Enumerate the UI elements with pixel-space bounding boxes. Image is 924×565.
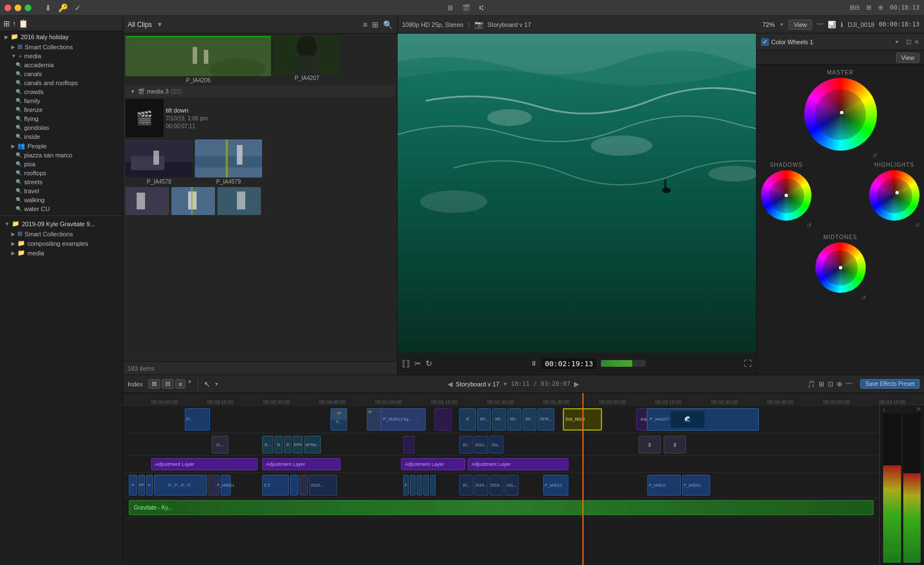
sidebar-people[interactable]: ▶ 👥 People	[0, 141, 123, 151]
fullscreen-button[interactable]	[25, 4, 31, 11]
keyword-water-cu[interactable]: 🔍water CU	[0, 204, 123, 213]
zoom-dropdown[interactable]: 72%	[762, 21, 774, 28]
clip-rpre[interactable]: RPRe...	[304, 436, 321, 454]
clip-2019d[interactable]: 201...	[505, 475, 519, 496]
sidebar-project[interactable]: ▶ 📁 2016 Italy holiday	[0, 31, 123, 42]
branch-icon[interactable]: ⑆	[479, 4, 483, 12]
sidebar-sc2[interactable]: ▶ ⊞ Smart Collections	[0, 229, 123, 239]
clip-d[interactable]: D...	[212, 436, 228, 454]
clip-p-ia4206[interactable]: P_IA4206	[125, 36, 271, 83]
highlights-reset-icon[interactable]: ↺	[915, 222, 920, 228]
clip-20c[interactable]: 201...	[489, 436, 503, 454]
clip-2019a[interactable]: 20...	[459, 475, 473, 496]
clip-transport2[interactable]: 🎛	[664, 436, 686, 454]
master-wheel[interactable]: ↺	[804, 78, 877, 151]
pause-icon[interactable]: ⏸	[530, 359, 537, 367]
tl-clip-icon[interactable]: ⊞	[819, 380, 824, 388]
minimize-button[interactable]	[15, 4, 21, 11]
adj-layer-2[interactable]: Adjustment Layer	[262, 458, 340, 470]
clip-ia3011[interactable]: P...	[185, 408, 210, 431]
window-controls[interactable]	[4, 4, 31, 11]
color-enabled-checkbox[interactable]: ✓	[761, 38, 769, 46]
clip-600-1[interactable]	[410, 475, 416, 496]
sidebar-smart-collections-top[interactable]: ▶ ⊞ Smart Collections	[0, 42, 123, 52]
clip-rp6[interactable]: RPR...	[538, 408, 554, 431]
sidebar-compositing[interactable]: ▶ 📁 compositing examples	[0, 239, 123, 248]
color-wheels-dropdown[interactable]: Color Wheels 1	[771, 39, 892, 45]
index-label[interactable]: Index	[128, 381, 143, 387]
sidebar-media[interactable]: ▼ + media	[0, 52, 123, 60]
clip-rp3[interactable]: RP...	[492, 408, 506, 431]
clip-row3-1[interactable]	[125, 187, 169, 215]
clip-p-ia4579[interactable]: P_IA4579	[195, 139, 262, 185]
clip-rp4[interactable]: RP...	[507, 408, 521, 431]
check-icon[interactable]: ✓	[74, 3, 81, 12]
color-close-icon[interactable]: ✕	[914, 38, 920, 46]
clip-pp[interactable]: PP	[138, 475, 145, 496]
tl-btn-1[interactable]: ⊞	[148, 379, 160, 389]
adj-layer-3[interactable]: Adjustment Layer	[401, 458, 465, 470]
adj-layer-1[interactable]: Adjustment Layer	[151, 458, 258, 470]
tl-btn-3[interactable]: ≡	[175, 379, 185, 389]
tl-layout-icon[interactable]: ⊡	[828, 380, 833, 388]
clip-rp5[interactable]: RP...	[522, 408, 536, 431]
clip-rpr[interactable]: RPR	[293, 436, 303, 454]
scissors-icon[interactable]: ✂	[414, 359, 421, 368]
clip-p-small[interactable]: P	[129, 475, 137, 496]
clip-2019b[interactable]: 2019...	[474, 475, 488, 496]
trim-icon[interactable]: ↻	[426, 359, 432, 368]
music-track[interactable]: Gravitate - Ky...	[129, 500, 874, 515]
sidebar-media2[interactable]: ▶ 📁 media	[0, 248, 123, 258]
clip-ia4207[interactable]: P_IA4207 🌊	[647, 408, 759, 431]
cursor-icon[interactable]: ↖	[204, 380, 211, 389]
adj-layer-4[interactable]: Adjustment Layer	[468, 458, 568, 470]
keyword-accademia[interactable]: 🔍accademia	[0, 60, 123, 69]
clip-ia3011-2[interactable]: P_IA3011	[647, 475, 681, 496]
clip-600-3[interactable]	[423, 475, 429, 496]
color-view-button[interactable]: View	[896, 53, 920, 63]
midtones-wheel[interactable]: ↺	[815, 242, 866, 293]
keyword-streets[interactable]: 🔍streets	[0, 178, 123, 186]
clip-r3[interactable]: R	[284, 436, 292, 454]
highlights-wheel[interactable]: ↺	[869, 170, 920, 221]
midtones-reset-icon[interactable]: ↺	[861, 295, 866, 301]
shadows-wheel[interactable]: ↺	[761, 170, 811, 221]
tl-btn-2[interactable]: ⊟	[162, 379, 174, 389]
close-button[interactable]	[4, 4, 11, 11]
keyword-travel[interactable]: 🔍travel	[0, 186, 123, 195]
clip-2019c[interactable]: 2019...	[489, 475, 503, 496]
fullscreen-icon[interactable]: ⛶	[744, 359, 752, 368]
clip-row3-2[interactable]	[171, 187, 215, 215]
tl-zoom-icon[interactable]: ⊕	[837, 380, 842, 388]
clip-many[interactable]: P... P... P... P...	[154, 475, 207, 496]
keyword-flying[interactable]: 🔍flying	[0, 114, 123, 123]
media3-group-header[interactable]: ▼ 🎬 media 3 (22)	[125, 86, 395, 97]
view-button[interactable]: View	[788, 20, 812, 30]
clip-dji0018-selected[interactable]: DJI_0018	[563, 408, 602, 431]
clip-f[interactable]: F	[403, 475, 409, 496]
keyword-piazza[interactable]: 🔍piazza san marco	[0, 151, 123, 160]
clip-tilt-down[interactable]: 🎬 tilt down 7/10/19, 1:06 pm 00:00:07:11	[125, 99, 264, 137]
tl-waveform-icon[interactable]: 〰	[846, 380, 852, 388]
color-expand-icon[interactable]: ⊡	[906, 38, 912, 46]
keyword-canals-rooftops[interactable]: 🔍canals and rooftops	[0, 78, 123, 87]
back-icon[interactable]: ⬇	[45, 3, 52, 12]
keyword-firenze[interactable]: 🔍firenze	[0, 105, 123, 114]
list-view-icon[interactable]: ≡	[363, 20, 367, 29]
clip-small1[interactable]: 🎬 P...	[330, 408, 347, 431]
clip-rp1[interactable]: R	[459, 408, 476, 431]
clip-ia3011-3[interactable]: P_IA3011	[682, 475, 710, 496]
clip-row3-3[interactable]	[217, 187, 261, 215]
film-icon[interactable]: 🎬	[462, 4, 470, 12]
tl-audio-icon[interactable]: 🎵	[807, 380, 815, 388]
clip-ia3011-main[interactable]: 2 2	[262, 475, 289, 496]
transform-icon[interactable]: ⟦⟧	[402, 359, 410, 368]
keyword-gondolas[interactable]: 🔍gondolas	[0, 123, 123, 132]
clip-tiny2[interactable]	[300, 475, 308, 496]
all-clips-dropdown[interactable]: All Clips	[128, 21, 152, 29]
clip-r1[interactable]: R...	[262, 436, 273, 454]
tl-prev-icon[interactable]: ◀	[447, 380, 452, 388]
clip-600-2[interactable]	[417, 475, 422, 496]
key-icon[interactable]: 🔑	[58, 3, 68, 12]
keyword-pisa[interactable]: 🔍pisa	[0, 160, 123, 169]
